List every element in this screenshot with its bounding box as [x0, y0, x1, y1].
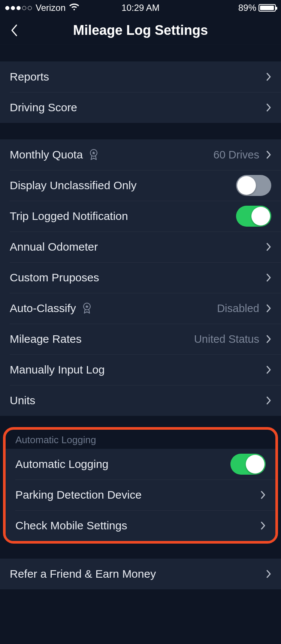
row-label: Auto-Classify	[10, 302, 76, 315]
status-right: 89%	[238, 3, 276, 13]
chevron-right-icon	[266, 150, 271, 159]
award-badge-icon	[88, 148, 99, 161]
row-parking-detection-device[interactable]: Parking Detection Device	[6, 480, 275, 510]
chevron-right-icon	[260, 521, 266, 530]
chevron-right-icon	[266, 365, 271, 374]
row-value: 60 Drives	[214, 149, 260, 161]
battery-icon	[259, 4, 276, 12]
page-title: Mileage Log Settings	[73, 22, 208, 38]
chevron-right-icon	[266, 273, 271, 282]
toggle-trip-logged-notification[interactable]	[236, 206, 271, 227]
row-label: Automatic Logging	[15, 458, 109, 471]
row-driving-score[interactable]: Driving Score	[0, 92, 281, 123]
chevron-right-icon	[266, 103, 271, 112]
row-automatic-logging[interactable]: Automatic Logging	[6, 449, 275, 480]
automatic-logging-highlight: Automatic Logging Automatic Logging Park…	[3, 427, 278, 544]
row-refer-friend[interactable]: Refer a Friend & Earn Money	[0, 559, 281, 589]
row-label: Display Unclassified Only	[10, 179, 136, 192]
row-reports[interactable]: Reports	[0, 61, 281, 92]
row-label: Refer a Friend & Earn Money	[10, 568, 156, 580]
chevron-right-icon	[260, 490, 266, 499]
wifi-icon	[69, 3, 79, 13]
row-label: Check Mobile Settings	[15, 519, 127, 532]
row-display-unclassified[interactable]: Display Unclassified Only	[0, 170, 281, 201]
row-monthly-quota[interactable]: Monthly Quota 60 Drives	[0, 139, 281, 170]
chevron-right-icon	[266, 72, 271, 81]
chevron-right-icon	[266, 242, 271, 251]
row-label: Trip Logged Notification	[10, 210, 128, 223]
row-manual-input-log[interactable]: Manually Input Log	[0, 354, 281, 385]
section-automatic-logging: Automatic Logging Parking Detection Devi…	[6, 449, 275, 541]
battery-percent: 89%	[238, 3, 256, 13]
row-value: United Status	[194, 333, 259, 345]
row-label: Manually Input Log	[10, 363, 105, 376]
chevron-right-icon	[266, 304, 271, 313]
chevron-right-icon	[266, 396, 271, 405]
row-annual-odometer[interactable]: Annual Odometer	[0, 232, 281, 262]
signal-strength-icon	[5, 6, 32, 10]
row-check-mobile-settings[interactable]: Check Mobile Settings	[6, 510, 275, 541]
row-label: Custom Pruposes	[10, 271, 99, 284]
row-auto-classify[interactable]: Auto-Classify Disabled	[0, 293, 281, 324]
chevron-right-icon	[266, 569, 271, 578]
section-settings: Monthly Quota 60 Drives Display Unclassi…	[0, 139, 281, 416]
row-mileage-rates[interactable]: Mileage Rates United Status	[0, 324, 281, 354]
toggle-display-unclassified[interactable]	[236, 175, 271, 196]
chevron-left-icon	[10, 24, 18, 37]
section-general: Reports Driving Score	[0, 61, 281, 123]
row-label: Monthly Quota	[10, 148, 83, 161]
award-badge-icon	[81, 302, 93, 315]
row-label: Reports	[10, 70, 49, 83]
row-label: Mileage Rates	[10, 333, 82, 345]
row-units[interactable]: Units	[0, 385, 281, 416]
carrier-label: Verizon	[36, 3, 66, 13]
row-label: Units	[10, 394, 35, 407]
row-custom-purposes[interactable]: Custom Pruposes	[0, 262, 281, 293]
row-label: Parking Detection Device	[15, 489, 142, 501]
status-left: Verizon	[5, 3, 79, 13]
nav-header: Mileage Log Settings	[0, 16, 281, 45]
row-label: Annual Odometer	[10, 241, 98, 253]
section-header-automatic-logging: Automatic Logging	[6, 430, 275, 449]
status-bar: Verizon 10:29 AM 89%	[0, 0, 281, 16]
back-button[interactable]	[7, 23, 22, 38]
chevron-right-icon	[266, 335, 271, 344]
toggle-automatic-logging[interactable]	[230, 454, 266, 475]
section-refer: Refer a Friend & Earn Money	[0, 559, 281, 589]
row-trip-logged-notification[interactable]: Trip Logged Notification	[0, 201, 281, 232]
row-value: Disabled	[217, 302, 259, 315]
row-label: Driving Score	[10, 101, 77, 114]
